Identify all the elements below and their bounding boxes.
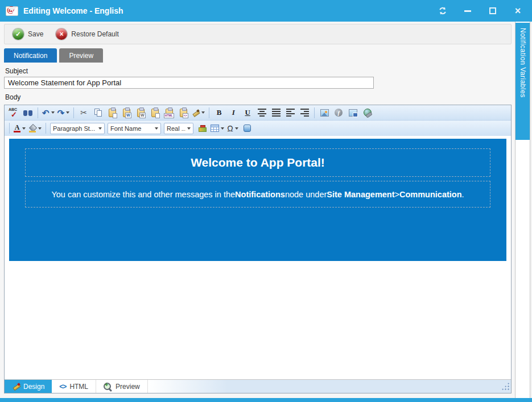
refresh-button[interactable] xyxy=(438,6,448,16)
align-center-button[interactable] xyxy=(255,106,269,119)
redo-dropdown-arrow xyxy=(66,111,69,114)
title-bar: Editing Welcome - English × xyxy=(0,0,532,22)
paste-html-icon: <> xyxy=(180,109,187,117)
font-name-dropdown[interactable]: Font Name xyxy=(108,123,161,134)
insert-module-button[interactable] xyxy=(240,122,254,135)
save-check-icon: ✓ xyxy=(13,28,24,40)
spellcheck-button[interactable]: ABC✓ xyxy=(7,106,20,119)
cut-button[interactable]: ✂ xyxy=(77,106,90,119)
magnifier-icon xyxy=(104,383,112,391)
insert-image-button[interactable] xyxy=(317,106,331,119)
paste-from-word-nostyles-button[interactable]: W xyxy=(134,106,147,119)
notification-variables-label: Notification Variables xyxy=(519,28,527,140)
paste-from-word-icon: W xyxy=(123,109,130,117)
undo-dropdown-arrow xyxy=(51,111,55,114)
font-size-value: Real ... xyxy=(167,125,185,132)
editor-design-surface[interactable]: Welcome to App Portal! You can customize… xyxy=(5,136,511,379)
image-map-icon xyxy=(349,109,357,117)
paste-as-html-button[interactable]: HTML xyxy=(162,106,176,119)
save-button[interactable]: ✓ Save xyxy=(13,28,43,40)
align-left-icon xyxy=(286,109,295,117)
toolbar-separator xyxy=(38,107,38,118)
find-replace-button[interactable] xyxy=(21,106,35,119)
editor-toolbar-row2: A Paragraph St... Font Name Real ... Ω xyxy=(5,121,511,136)
app-portal-mail-icon xyxy=(6,6,18,16)
pencil-icon xyxy=(12,383,20,390)
right-sidebar: Notification Variables xyxy=(515,22,532,398)
image-map-button[interactable] xyxy=(346,106,360,119)
email-banner: Welcome to App Portal! You can customize… xyxy=(9,139,506,261)
toolbar-separator xyxy=(314,107,315,118)
mode-tab-preview-label: Preview xyxy=(116,383,140,391)
banner-heading-cell[interactable]: Welcome to App Portal! xyxy=(25,148,490,177)
font-color-icon: A xyxy=(14,125,20,132)
save-label: Save xyxy=(28,30,43,38)
banner-message-cell[interactable]: You can customize this and other message… xyxy=(25,181,490,208)
insert-symbol-dropdown-arrow xyxy=(235,127,238,130)
toolbar-separator xyxy=(46,123,46,134)
window-title: Editing Welcome - English xyxy=(23,6,123,15)
minimize-button[interactable] xyxy=(463,6,473,16)
apply-css-class-icon xyxy=(198,125,207,132)
flash-manager-button[interactable]: f xyxy=(332,106,345,119)
insert-symbol-button[interactable]: Ω xyxy=(226,122,240,135)
find-icon xyxy=(23,109,32,116)
undo-icon: ↶ xyxy=(42,109,50,117)
undo-button[interactable]: ↶ xyxy=(41,106,56,119)
tab-preview[interactable]: Preview xyxy=(59,48,103,63)
insert-symbol-icon: Ω xyxy=(227,125,233,132)
underline-button[interactable]: U xyxy=(241,106,254,119)
tab-bar: Notification Preview xyxy=(4,48,512,63)
underline-icon: U xyxy=(245,108,250,117)
editor-status-area xyxy=(148,380,511,393)
resize-grip[interactable] xyxy=(501,382,509,390)
mode-tab-html[interactable]: <> HTML xyxy=(52,380,96,393)
justify-button[interactable] xyxy=(269,106,283,119)
toolbar-separator xyxy=(73,107,74,118)
window-bottom-border xyxy=(0,398,532,402)
restore-x-icon: × xyxy=(56,28,67,40)
redo-icon: ↷ xyxy=(57,109,65,117)
notification-variables-tab[interactable]: Notification Variables xyxy=(515,23,530,140)
close-button[interactable]: × xyxy=(513,6,523,16)
insert-table-button[interactable] xyxy=(209,122,225,135)
paste-from-word-button[interactable]: W xyxy=(119,106,133,119)
editor-toolbar-row1: ABC✓ ↶ ↷ ✂ W W HTML <> B xyxy=(5,105,511,121)
restore-default-button[interactable]: × Restore Default xyxy=(56,28,118,40)
copy-button[interactable] xyxy=(91,106,105,119)
font-color-button[interactable]: A xyxy=(13,122,27,135)
minimize-icon xyxy=(464,10,471,12)
maximize-icon xyxy=(489,7,496,14)
paste-button[interactable] xyxy=(105,106,119,119)
mode-tab-design[interactable]: Design xyxy=(5,380,52,393)
format-stripper-button[interactable] xyxy=(191,106,206,119)
bold-icon: B xyxy=(217,108,222,117)
paste-from-word-nostyles-icon: W xyxy=(137,109,145,117)
align-right-button[interactable] xyxy=(298,106,311,119)
close-icon: × xyxy=(515,6,521,16)
italic-button[interactable]: I xyxy=(226,106,240,119)
insert-module-icon xyxy=(244,125,251,132)
paste-plain-text-button[interactable] xyxy=(148,106,162,119)
format-stripper-dropdown-arrow xyxy=(201,111,205,114)
dialog-window: Editing Welcome - English × ✓ Save xyxy=(0,0,532,402)
font-name-value: Font Name xyxy=(110,125,153,132)
paragraph-style-value: Paragraph St... xyxy=(53,125,97,132)
font-color-dropdown-arrow xyxy=(22,127,26,130)
font-size-dropdown[interactable]: Real ... xyxy=(164,123,193,134)
paragraph-style-dropdown[interactable]: Paragraph St... xyxy=(50,123,105,134)
paste-html-button[interactable]: <> xyxy=(176,106,190,119)
subject-input[interactable] xyxy=(4,77,374,89)
tab-notification[interactable]: Notification xyxy=(4,48,57,63)
format-stripper-icon xyxy=(192,109,200,117)
background-color-button[interactable] xyxy=(27,122,43,135)
bold-button[interactable]: B xyxy=(212,106,226,119)
maximize-button[interactable] xyxy=(488,6,498,16)
mode-tab-preview[interactable]: Preview xyxy=(96,380,148,393)
align-left-button[interactable] xyxy=(283,106,297,119)
hyperlink-button[interactable] xyxy=(360,106,374,119)
window-controls: × xyxy=(438,6,526,16)
redo-button[interactable]: ↷ xyxy=(56,106,71,119)
apply-css-class-button[interactable] xyxy=(195,122,209,135)
italic-icon: I xyxy=(232,108,235,117)
